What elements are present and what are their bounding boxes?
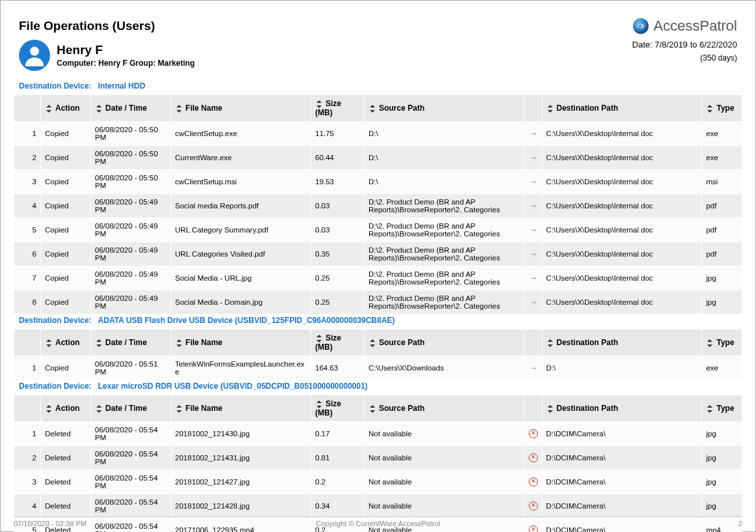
cell-status: → <box>524 194 542 218</box>
cell-filename: Social Media - Domain.jpg <box>171 290 311 315</box>
cell-type: jpg <box>702 446 742 470</box>
col-datetime[interactable]: Date / Time <box>91 395 171 422</box>
cell-source: Not available <box>364 422 524 446</box>
cell-filename: Social media Reports.pdf <box>171 194 311 218</box>
cell-status: → <box>524 242 542 266</box>
col-filename[interactable]: File Name <box>171 95 311 122</box>
arrow-right-icon: → <box>529 128 538 139</box>
col-index[interactable] <box>14 395 41 422</box>
footer-copyright: Copyright © CurrentWare AccessPatrol <box>14 520 742 527</box>
cell-dest: C:\Users\X\Desktop\Internal doc <box>542 290 702 315</box>
col-index[interactable] <box>14 329 41 356</box>
cell-action: Copied <box>40 356 91 380</box>
cell-index: 3 <box>14 170 41 194</box>
date-range: Date: 7/8/2019 to 6/22/2020 (350 days) <box>632 40 737 71</box>
user-meta: Computer: Henry F Group: Marketing <box>57 59 195 68</box>
sort-icon <box>369 105 376 113</box>
sort-icon <box>45 339 53 347</box>
arrow-right-icon: → <box>529 201 538 211</box>
col-status[interactable] <box>524 395 542 422</box>
brand-text: AccessPatrol <box>654 18 737 35</box>
cell-filename: URL Categories Visited.pdf <box>171 242 311 266</box>
table-row: 3Copied06/08/2020 - 05:50 PMcwClientSetu… <box>14 170 742 194</box>
file-ops-table: ActionDate / TimeFile NameSize (MB)Sourc… <box>14 395 742 532</box>
cell-datetime: 06/08/2020 - 05:54 PM <box>91 494 171 518</box>
cell-datetime: 06/08/2020 - 05:49 PM <box>91 266 171 290</box>
cell-dest: C:\Users\X\Desktop\Internal doc <box>542 218 702 242</box>
dest-device: Internal HDD <box>98 81 145 91</box>
table-row: 1Copied06/08/2020 - 05:50 PMcwClientSetu… <box>14 122 742 146</box>
sort-icon <box>706 405 714 413</box>
col-dest[interactable]: Destination Path <box>542 95 702 122</box>
arrow-right-icon: → <box>529 249 538 259</box>
cell-filename: TelerikWinFormsExamplesLauncher.exe <box>171 356 311 380</box>
col-datetime[interactable]: Date / Time <box>91 95 171 122</box>
dest-device: Lexar microSD RDR USB Device (USBVID_05D… <box>98 382 367 391</box>
cell-filename: URL Category Summary.pdf <box>171 218 311 242</box>
col-dest[interactable]: Destination Path <box>542 395 702 422</box>
col-index[interactable] <box>14 95 41 122</box>
cell-status: × <box>524 422 542 446</box>
cell-source: D:\2. Product Demo (BR and AP Reports)\B… <box>364 194 524 218</box>
sort-icon <box>315 400 323 408</box>
cell-source: D:\2. Product Demo (BR and AP Reports)\B… <box>364 290 524 315</box>
col-size[interactable]: Size (MB) <box>311 95 364 122</box>
col-action[interactable]: Action <box>40 95 91 122</box>
sort-icon <box>45 105 53 113</box>
date-range-days: (350 days) <box>632 53 737 63</box>
col-source[interactable]: Source Path <box>364 329 524 356</box>
col-dest[interactable]: Destination Path <box>542 329 702 356</box>
col-status[interactable] <box>524 329 542 356</box>
col-source[interactable]: Source Path <box>364 95 524 122</box>
cell-source: D:\ <box>364 122 524 146</box>
cell-source: D:\ <box>364 170 524 194</box>
dest-label: Destination Device: <box>19 382 91 391</box>
col-size[interactable]: Size (MB) <box>311 329 364 356</box>
delete-icon: × <box>529 477 538 486</box>
col-filename[interactable]: File Name <box>171 329 311 356</box>
sort-icon <box>175 405 183 413</box>
cell-datetime: 06/08/2020 - 05:49 PM <box>91 218 171 242</box>
cell-filename: 20181002_121428.jpg <box>171 494 311 518</box>
cell-status: → <box>524 290 542 315</box>
cell-status: → <box>524 266 542 290</box>
cell-size: 0.81 <box>311 446 364 470</box>
cell-datetime: 06/08/2020 - 05:50 PM <box>91 122 171 146</box>
col-datetime[interactable]: Date / Time <box>91 329 171 356</box>
cell-index: 6 <box>14 242 41 266</box>
col-type[interactable]: Type <box>702 329 742 356</box>
table-row: 2Copied06/08/2020 - 05:50 PMCurrentWare.… <box>14 146 742 170</box>
footer: 07/10/2020 - 02:38 PM Copyright © Curren… <box>14 516 742 527</box>
brand-icon <box>633 18 649 34</box>
col-type[interactable]: Type <box>702 395 742 422</box>
cell-index: 5 <box>14 218 41 242</box>
col-action[interactable]: Action <box>40 395 91 422</box>
sort-icon <box>546 105 554 113</box>
col-action[interactable]: Action <box>40 329 91 356</box>
col-type[interactable]: Type <box>702 95 742 122</box>
file-ops-table: ActionDate / TimeFile NameSize (MB)Sourc… <box>14 94 742 315</box>
destination-device-label: Destination Device:Lexar microSD RDR USB… <box>14 380 742 395</box>
arrow-right-icon: → <box>529 297 538 307</box>
cell-dest: D:\DCIM\Camera\ <box>542 494 702 518</box>
cell-dest: C:\Users\X\Desktop\Internal doc <box>542 146 702 170</box>
cell-datetime: 06/08/2020 - 05:51 PM <box>91 356 171 380</box>
cell-index: 1 <box>14 122 41 146</box>
arrow-right-icon: → <box>529 363 538 373</box>
cell-status: × <box>524 446 542 470</box>
col-source[interactable]: Source Path <box>364 395 524 422</box>
sort-icon <box>315 100 323 108</box>
svg-point-1 <box>641 25 643 27</box>
cell-size: 0.35 <box>311 242 364 266</box>
col-size[interactable]: Size (MB) <box>311 395 364 422</box>
col-filename[interactable]: File Name <box>171 395 311 422</box>
cell-action: Deleted <box>40 422 91 446</box>
cell-index: 1 <box>14 356 41 380</box>
cell-filename: CurrentWare.exe <box>171 146 311 170</box>
col-status[interactable] <box>524 95 542 122</box>
cell-status: × <box>524 494 542 518</box>
cell-size: 0.25 <box>311 290 364 315</box>
cell-index: 2 <box>14 146 41 170</box>
cell-action: Copied <box>40 290 91 315</box>
cell-action: Copied <box>40 218 91 242</box>
